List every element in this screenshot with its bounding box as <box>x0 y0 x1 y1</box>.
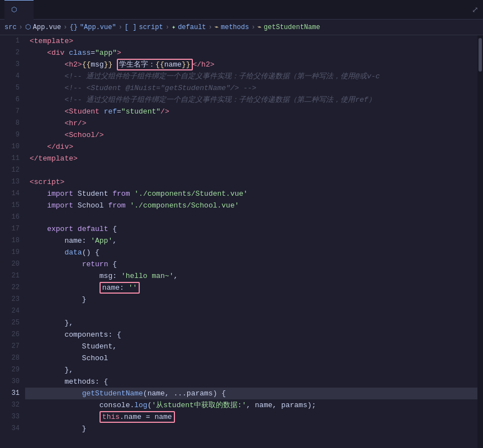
code-line-30: methods: { <box>25 376 477 388</box>
code-line-5: <!-- <Student @iNuist="getStudentName"/>… <box>25 82 477 94</box>
vue-file-icon: ⬡ <box>11 6 17 14</box>
breadcrumb-default-icon: ✦ <box>172 23 176 31</box>
code-area: <template> <div class="app"> <h2>{{msg}}… <box>25 35 477 448</box>
scrollbar[interactable] <box>477 35 483 448</box>
breadcrumb-methods-icon: ⌁ <box>215 23 219 31</box>
code-line-31: getStudentName(name, ...params) { <box>25 388 477 399</box>
code-line-33: this.name = name <box>25 411 477 423</box>
code-line-28: School <box>25 352 477 364</box>
code-line-19: data() { <box>25 247 477 258</box>
code-line-17: export default { <box>25 223 477 235</box>
code-line-2: <div class="app"> <box>25 47 477 59</box>
breadcrumb-obj-icon: {} <box>69 23 77 31</box>
code-line-6: <!-- 通过父组件给子组件绑定一个自定义事件实现：子给父传递数据（第二种写法，… <box>25 94 477 106</box>
code-line-7: <Student ref="student"/> <box>25 106 477 117</box>
breadcrumb-appvue-icon: ⬡ <box>25 23 31 31</box>
code-line-21: msg: 'hello man~', <box>25 270 477 282</box>
code-line-8: <hr/> <box>25 117 477 129</box>
code-line-11: </template> <box>25 153 477 164</box>
code-line-26: components: { <box>25 329 477 341</box>
title-bar-expand: ⤢ <box>472 5 479 15</box>
code-line-1: <template> <box>25 35 477 47</box>
title-bar: ⬡ ⤢ <box>0 0 483 20</box>
line-numbers: 1 2 3 4 5 6 7 8 9 10 11 12 13 14 15 16 1… <box>0 35 25 448</box>
code-line-15: import School from './components/School.… <box>25 200 477 211</box>
code-line-29: }, <box>25 364 477 376</box>
breadcrumb-appvue-str: "App.vue" <box>80 23 116 31</box>
code-line-27: Student, <box>25 341 477 352</box>
code-line-22: name: '' <box>25 282 477 294</box>
editor: 1 2 3 4 5 6 7 8 9 10 11 12 13 14 15 16 1… <box>0 35 483 448</box>
breadcrumb-src: src <box>4 23 17 31</box>
breadcrumb: src › ⬡ App.vue › {} "App.vue" › [ ] scr… <box>0 20 483 35</box>
code-line-20: return { <box>25 258 477 270</box>
code-line-25: }, <box>25 317 477 329</box>
code-line-9: <School/> <box>25 129 477 141</box>
breadcrumb-methods: methods <box>221 23 249 31</box>
breadcrumb-getStudentName-icon: ⌁ <box>258 23 262 31</box>
file-tab[interactable]: ⬡ <box>4 0 34 20</box>
scrollbar-thumb <box>479 38 482 72</box>
breadcrumb-script: [ ] <box>125 23 137 31</box>
code-line-13: <script> <box>25 176 477 188</box>
code-line-10: </div> <box>25 141 477 153</box>
code-line-14: import Student from './components/Studen… <box>25 188 477 200</box>
code-line-18: name: 'App', <box>25 235 477 247</box>
code-line-12 <box>25 164 477 176</box>
code-line-4: <!-- 通过父组件给子组件绑定一个自定义事件实现：子给父传递数据（第一种写法，… <box>25 70 477 82</box>
code-line-23: } <box>25 294 477 305</box>
code-line-35 <box>25 435 477 446</box>
code-line-32: console.log('从student中获取的数据:', name, par… <box>25 399 477 411</box>
breadcrumb-default: default <box>178 23 206 31</box>
code-line-34: } <box>25 423 477 435</box>
code-line-16 <box>25 211 477 223</box>
breadcrumb-getStudentName: getStudentName <box>264 23 320 31</box>
breadcrumb-appvue: App.vue <box>33 23 61 31</box>
code-line-3: <h2>{{msg}} 学生名字：{{name}}</h2> <box>25 59 477 70</box>
code-line-24 <box>25 305 477 317</box>
breadcrumb-script-label: script <box>139 23 163 31</box>
